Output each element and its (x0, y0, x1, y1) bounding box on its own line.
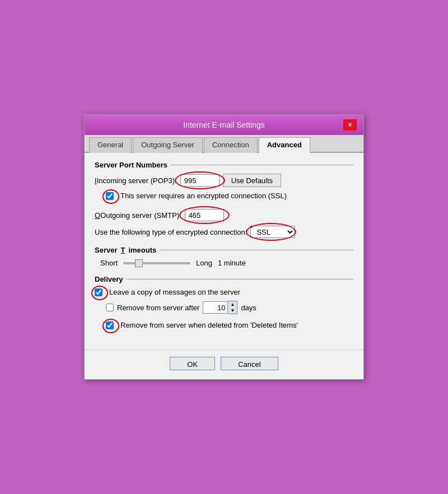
encrypted-connection-row: Use the following type of encrypted conn… (95, 226, 353, 238)
encrypted-connection-label: Use the following type of encrypted conn… (95, 228, 247, 236)
timeout-row: Short Long 1 minute (100, 259, 353, 267)
tab-connection[interactable]: Connection (204, 137, 258, 153)
ok-button[interactable]: OK (170, 357, 215, 370)
dialog: Internet E-mail Settings × General Outgo… (84, 114, 364, 380)
remove-after-row: Remove from server after ▲ ▼ days (106, 301, 353, 314)
cancel-button[interactable]: Cancel (221, 357, 278, 370)
ssl-dropdown: SSL None TLS Auto (250, 226, 295, 238)
tab-outgoing-server[interactable]: Outgoing Server (133, 137, 203, 153)
ssl-dropdown-oval: SSL None TLS Auto (250, 226, 295, 238)
ssl-checkbox-row: This server requires an encrypted connec… (106, 192, 287, 200)
incoming-port-input[interactable] (180, 174, 220, 187)
tab-bar: General Outgoing Server Connection Advan… (85, 135, 363, 153)
incoming-port-oval (180, 174, 220, 187)
incoming-server-row: IIncoming server (POP3): Use Defaults (95, 174, 353, 187)
timeout-value: 1 minute (218, 259, 246, 267)
spinner-buttons: ▲ ▼ (228, 301, 237, 314)
spinner-up-button[interactable]: ▲ (228, 301, 237, 307)
title-bar: Internet E-mail Settings × (85, 115, 363, 135)
outgoing-port-input[interactable] (185, 209, 224, 221)
spinner-down-button[interactable]: ▼ (228, 307, 237, 314)
remove-after-label: Remove from server after (117, 304, 199, 312)
days-spinner: ▲ ▼ (203, 301, 237, 314)
remove-after-checkbox[interactable] (106, 304, 114, 311)
outgoing-port-oval (185, 209, 224, 221)
tab-general[interactable]: General (89, 137, 132, 153)
server-timeouts-header: Server Timeouts (95, 246, 353, 254)
close-button[interactable]: × (343, 119, 357, 131)
long-label: Long (196, 259, 212, 267)
use-defaults-button[interactable]: Use Defaults (223, 174, 281, 187)
leave-copy-checkbox[interactable] (95, 288, 102, 296)
dialog-title: Internet E-mail Settings (105, 120, 343, 129)
leave-copy-row: Leave a copy of messages on the server (95, 288, 240, 296)
server-port-section: Server Port Numbers IIncoming server (PO… (95, 161, 353, 238)
remove-deleted-row: Remove from server when deleted from 'De… (106, 321, 298, 329)
server-timeouts-section: Server Timeouts Short Long 1 minute (95, 246, 353, 267)
server-port-header: Server Port Numbers (95, 161, 353, 169)
days-input[interactable] (203, 301, 228, 314)
outgoing-server-row: OOutgoing server (SMTP): (95, 209, 353, 221)
ssl-select[interactable]: SSL None TLS Auto (250, 226, 295, 238)
short-label: Short (100, 259, 118, 267)
ssl-checkbox[interactable] (106, 192, 114, 200)
timeout-slider[interactable] (123, 262, 190, 264)
delivery-section: Delivery Leave a copy of messages on the… (95, 275, 353, 334)
leave-copy-label: Leave a copy of messages on the server (109, 288, 240, 296)
dialog-footer: OK Cancel (85, 349, 363, 379)
ssl-checkbox-label: This server requires an encrypted connec… (120, 192, 287, 200)
outgoing-server-label: OOutgoing server (SMTP): (95, 211, 181, 220)
dialog-content: Server Port Numbers IIncoming server (PO… (85, 153, 363, 349)
remove-deleted-checkbox[interactable] (106, 321, 114, 329)
tab-advanced[interactable]: Advanced (259, 137, 310, 153)
incoming-server-label: IIncoming server (POP3): (95, 176, 177, 185)
delivery-header: Delivery (95, 275, 353, 283)
days-label: days (241, 304, 256, 312)
remove-deleted-label: Remove from server when deleted from 'De… (120, 321, 298, 329)
